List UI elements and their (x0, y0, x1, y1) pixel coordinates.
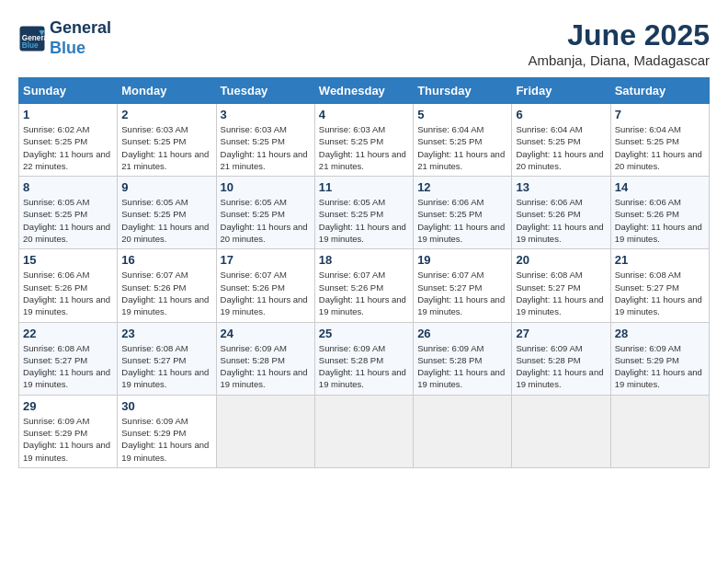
day-number: 14 (615, 180, 705, 194)
day-number: 18 (319, 253, 409, 267)
title-section: June 2025 Ambanja, Diana, Madagascar (528, 18, 710, 68)
day-info: Sunrise: 6:03 AMSunset: 5:25 PMDaylight:… (121, 124, 209, 171)
header: General Blue GeneralBlue June 2025 Amban… (18, 18, 710, 68)
day-info: Sunrise: 6:07 AMSunset: 5:26 PMDaylight:… (319, 270, 406, 316)
logo-icon: General Blue (18, 25, 46, 52)
day-info: Sunrise: 6:09 AMSunset: 5:29 PMDaylight:… (23, 416, 110, 463)
day-info: Sunrise: 6:06 AMSunset: 5:25 PMDaylight:… (417, 197, 505, 244)
day-info: Sunrise: 6:09 AMSunset: 5:29 PMDaylight:… (615, 343, 702, 390)
day-number: 21 (615, 253, 705, 267)
day-number: 10 (221, 180, 311, 194)
day-info: Sunrise: 6:08 AMSunset: 5:27 PMDaylight:… (615, 270, 702, 316)
calendar-cell: 21 Sunrise: 6:08 AMSunset: 5:27 PMDaylig… (610, 249, 709, 322)
calendar-cell: 15 Sunrise: 6:06 AMSunset: 5:26 PMDaylig… (19, 249, 118, 322)
calendar-cell: 16 Sunrise: 6:07 AMSunset: 5:26 PMDaylig… (118, 249, 216, 322)
day-number: 28 (615, 327, 705, 340)
calendar-cell: 26 Sunrise: 6:09 AMSunset: 5:28 PMDaylig… (414, 322, 512, 395)
day-number: 25 (319, 327, 409, 340)
calendar-cell: 18 Sunrise: 6:07 AMSunset: 5:26 PMDaylig… (314, 249, 413, 322)
day-info: Sunrise: 6:02 AMSunset: 5:25 PMDaylight:… (23, 124, 110, 171)
day-number: 2 (121, 108, 211, 121)
calendar-week-1: 1 Sunrise: 6:02 AMSunset: 5:25 PMDayligh… (19, 104, 710, 177)
day-number: 5 (417, 108, 507, 121)
day-number: 15 (23, 253, 113, 267)
day-number: 8 (23, 180, 113, 194)
day-number: 23 (121, 327, 211, 340)
calendar-cell: 2 Sunrise: 6:03 AMSunset: 5:25 PMDayligh… (118, 104, 216, 177)
weekday-header-sunday: Sunday (19, 78, 118, 104)
calendar-cell: 14 Sunrise: 6:06 AMSunset: 5:26 PMDaylig… (610, 177, 709, 249)
day-info: Sunrise: 6:07 AMSunset: 5:27 PMDaylight:… (417, 270, 505, 316)
day-info: Sunrise: 6:03 AMSunset: 5:25 PMDaylight:… (319, 124, 406, 171)
day-number: 24 (221, 327, 311, 340)
day-info: Sunrise: 6:07 AMSunset: 5:26 PMDaylight:… (221, 270, 308, 316)
day-info: Sunrise: 6:09 AMSunset: 5:28 PMDaylight:… (319, 343, 406, 390)
day-info: Sunrise: 6:08 AMSunset: 5:27 PMDaylight:… (516, 270, 603, 316)
day-info: Sunrise: 6:05 AMSunset: 5:25 PMDaylight:… (221, 197, 308, 244)
day-number: 3 (221, 108, 311, 121)
calendar-week-3: 15 Sunrise: 6:06 AMSunset: 5:26 PMDaylig… (19, 249, 710, 322)
day-number: 19 (417, 253, 507, 267)
calendar-cell: 4 Sunrise: 6:03 AMSunset: 5:25 PMDayligh… (314, 104, 413, 177)
calendar-cell: 19 Sunrise: 6:07 AMSunset: 5:27 PMDaylig… (414, 249, 512, 322)
calendar-cell: 11 Sunrise: 6:05 AMSunset: 5:25 PMDaylig… (314, 177, 413, 249)
calendar-cell: 25 Sunrise: 6:09 AMSunset: 5:28 PMDaylig… (314, 322, 413, 395)
day-info: Sunrise: 6:05 AMSunset: 5:25 PMDaylight:… (121, 197, 209, 244)
logo: General Blue GeneralBlue (18, 18, 111, 58)
calendar-week-5: 29 Sunrise: 6:09 AMSunset: 5:29 PMDaylig… (19, 395, 710, 467)
day-number: 16 (121, 253, 211, 267)
day-number: 4 (319, 108, 409, 121)
calendar-cell (216, 395, 314, 467)
day-info: Sunrise: 6:09 AMSunset: 5:29 PMDaylight:… (121, 416, 209, 463)
calendar-week-4: 22 Sunrise: 6:08 AMSunset: 5:27 PMDaylig… (19, 322, 710, 395)
day-info: Sunrise: 6:06 AMSunset: 5:26 PMDaylight:… (23, 270, 110, 316)
weekday-header-thursday: Thursday (414, 78, 512, 104)
day-info: Sunrise: 6:08 AMSunset: 5:27 PMDaylight:… (121, 343, 209, 390)
calendar-cell: 30 Sunrise: 6:09 AMSunset: 5:29 PMDaylig… (118, 395, 216, 467)
calendar-cell: 1 Sunrise: 6:02 AMSunset: 5:25 PMDayligh… (19, 104, 118, 177)
calendar-cell (512, 395, 610, 467)
day-number: 20 (516, 253, 606, 267)
day-number: 22 (23, 327, 113, 340)
calendar-cell: 20 Sunrise: 6:08 AMSunset: 5:27 PMDaylig… (512, 249, 610, 322)
calendar-cell (314, 395, 413, 467)
calendar-cell: 22 Sunrise: 6:08 AMSunset: 5:27 PMDaylig… (19, 322, 118, 395)
calendar-cell (414, 395, 512, 467)
day-info: Sunrise: 6:06 AMSunset: 5:26 PMDaylight:… (516, 197, 603, 244)
calendar-cell: 28 Sunrise: 6:09 AMSunset: 5:29 PMDaylig… (610, 322, 709, 395)
day-info: Sunrise: 6:08 AMSunset: 5:27 PMDaylight:… (23, 343, 110, 390)
calendar-cell: 10 Sunrise: 6:05 AMSunset: 5:25 PMDaylig… (216, 177, 314, 249)
day-number: 26 (417, 327, 507, 340)
day-info: Sunrise: 6:09 AMSunset: 5:28 PMDaylight:… (516, 343, 603, 390)
day-info: Sunrise: 6:09 AMSunset: 5:28 PMDaylight:… (417, 343, 505, 390)
calendar-week-2: 8 Sunrise: 6:05 AMSunset: 5:25 PMDayligh… (19, 177, 710, 249)
calendar-cell: 8 Sunrise: 6:05 AMSunset: 5:25 PMDayligh… (19, 177, 118, 249)
month-title: June 2025 (528, 18, 710, 52)
calendar-cell: 27 Sunrise: 6:09 AMSunset: 5:28 PMDaylig… (512, 322, 610, 395)
day-number: 12 (417, 180, 507, 194)
day-info: Sunrise: 6:06 AMSunset: 5:26 PMDaylight:… (615, 197, 702, 244)
calendar-cell: 5 Sunrise: 6:04 AMSunset: 5:25 PMDayligh… (414, 104, 512, 177)
calendar-cell: 6 Sunrise: 6:04 AMSunset: 5:25 PMDayligh… (512, 104, 610, 177)
weekday-header-row: SundayMondayTuesdayWednesdayThursdayFrid… (19, 78, 710, 104)
weekday-header-wednesday: Wednesday (314, 78, 413, 104)
calendar-cell: 24 Sunrise: 6:09 AMSunset: 5:28 PMDaylig… (216, 322, 314, 395)
calendar-cell: 12 Sunrise: 6:06 AMSunset: 5:25 PMDaylig… (414, 177, 512, 249)
calendar-cell: 23 Sunrise: 6:08 AMSunset: 5:27 PMDaylig… (118, 322, 216, 395)
day-number: 1 (23, 108, 113, 121)
day-info: Sunrise: 6:04 AMSunset: 5:25 PMDaylight:… (615, 124, 702, 171)
day-number: 9 (121, 180, 211, 194)
location-title: Ambanja, Diana, Madagascar (528, 52, 710, 68)
weekday-header-monday: Monday (118, 78, 216, 104)
calendar-cell (610, 395, 709, 467)
day-number: 17 (221, 253, 311, 267)
day-number: 7 (615, 108, 705, 121)
calendar-cell: 7 Sunrise: 6:04 AMSunset: 5:25 PMDayligh… (610, 104, 709, 177)
day-number: 6 (516, 108, 606, 121)
calendar-cell: 17 Sunrise: 6:07 AMSunset: 5:26 PMDaylig… (216, 249, 314, 322)
logo-text: GeneralBlue (50, 18, 111, 58)
weekday-header-tuesday: Tuesday (216, 78, 314, 104)
calendar: SundayMondayTuesdayWednesdayThursdayFrid… (18, 77, 710, 468)
day-number: 30 (121, 399, 211, 413)
weekday-header-friday: Friday (512, 78, 610, 104)
